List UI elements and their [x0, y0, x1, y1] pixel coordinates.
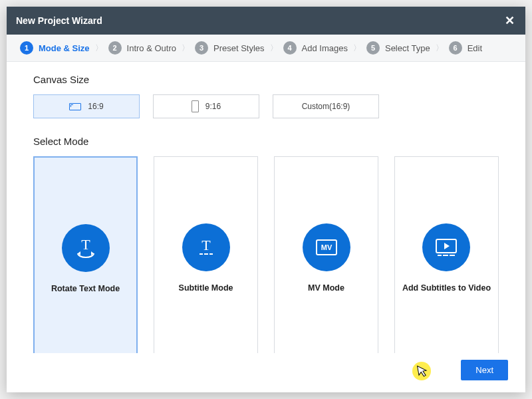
- step-select-type[interactable]: 5 Select Type: [366, 41, 430, 55]
- select-mode-title: Select Mode: [33, 136, 499, 147]
- chevron-right-icon: 〉: [180, 43, 191, 54]
- step-intro-outro[interactable]: 2 Intro & Outro: [108, 41, 176, 55]
- step-label: Preset Styles: [213, 43, 265, 53]
- step-bar: 1 Mode & Size 〉 2 Intro & Outro 〉 3 Pres…: [7, 35, 525, 62]
- aspect-tall-icon: [192, 100, 199, 112]
- step-badge: 4: [283, 41, 297, 55]
- canvas-option-label: Custom(16:9): [302, 102, 350, 111]
- mode-mv[interactable]: MV MV Mode: [274, 156, 378, 353]
- canvas-option-label: 16:9: [88, 102, 103, 111]
- step-badge: 5: [366, 41, 380, 55]
- mode-label: Rotate Text Mode: [46, 284, 125, 293]
- chevron-right-icon: 〉: [269, 43, 279, 54]
- svg-text:T: T: [201, 237, 211, 253]
- svg-text:MV: MV: [321, 243, 332, 251]
- mode-label: Subtitle Mode: [174, 283, 239, 293]
- window-title: New Project Wizard: [16, 15, 102, 26]
- step-badge: 1: [20, 41, 33, 55]
- canvas-size-title: Canvas Size: [33, 74, 499, 85]
- add-subtitles-icon: [422, 223, 470, 271]
- mode-rotate-text[interactable]: T Rotate Text Mode: [33, 156, 138, 353]
- mode-add-subtitles-video[interactable]: Add Subtitles to Video: [394, 156, 499, 353]
- subtitle-icon: T: [182, 223, 230, 271]
- close-icon[interactable]: ✕: [503, 13, 516, 28]
- step-badge: 3: [195, 41, 208, 55]
- chevron-right-icon: 〉: [434, 43, 445, 54]
- step-label: Edit: [467, 43, 482, 53]
- step-label: Select Type: [385, 43, 430, 53]
- step-label: Mode & Size: [39, 43, 90, 53]
- step-edit[interactable]: 6 Edit: [449, 41, 482, 55]
- canvas-option-custom[interactable]: Custom(16:9): [273, 94, 379, 118]
- canvas-size-options: 16:9 9:16 Custom(16:9): [33, 94, 499, 118]
- step-label: Add Images: [302, 43, 348, 53]
- step-add-images[interactable]: 4 Add Images: [283, 41, 348, 55]
- step-mode-size[interactable]: 1 Mode & Size: [20, 41, 90, 55]
- wizard-modal: New Project Wizard ✕ 1 Mode & Size 〉 2 I…: [7, 7, 525, 392]
- mode-subtitle[interactable]: T Subtitle Mode: [154, 156, 258, 353]
- wizard-footer: Next: [7, 353, 525, 392]
- canvas-option-label: 9:16: [205, 102, 221, 111]
- next-button[interactable]: Next: [461, 360, 508, 380]
- step-badge: 2: [108, 41, 122, 55]
- svg-text:T: T: [81, 236, 90, 253]
- rotate-text-icon: T: [62, 224, 110, 272]
- canvas-option-9-16[interactable]: 9:16: [153, 94, 259, 118]
- mode-label: MV Mode: [303, 283, 350, 293]
- chevron-right-icon: 〉: [352, 43, 362, 54]
- titlebar: New Project Wizard ✕: [7, 7, 525, 35]
- cursor-icon: [416, 364, 429, 378]
- wizard-content: Canvas Size 16:9 9:16 Custom(16:9) Selec…: [7, 62, 525, 353]
- step-label: Intro & Outro: [127, 43, 176, 53]
- chevron-right-icon: 〉: [94, 43, 104, 54]
- aspect-wide-icon: [69, 103, 81, 110]
- canvas-option-16-9[interactable]: 16:9: [33, 94, 140, 118]
- mv-icon: MV: [303, 223, 350, 271]
- mode-options: T Rotate Text Mode T: [33, 156, 499, 353]
- step-preset-styles[interactable]: 3 Preset Styles: [195, 41, 265, 55]
- mode-label: Add Subtitles to Video: [397, 283, 496, 293]
- svg-marker-10: [444, 243, 450, 249]
- step-badge: 6: [449, 41, 462, 55]
